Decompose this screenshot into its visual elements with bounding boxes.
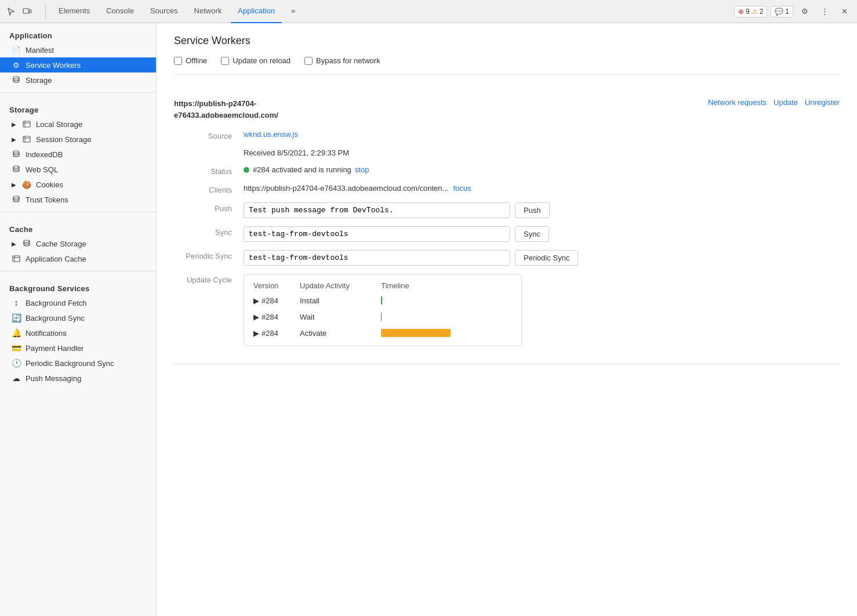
expand-icon[interactable]: ▶ <box>253 329 259 338</box>
svg-rect-1 <box>29 10 31 13</box>
sidebar-item-storage[interactable]: Storage <box>0 73 156 88</box>
sidebar-item-service-workers[interactable]: ⚙ Service Workers <box>0 57 156 73</box>
clients-content: https://publish-p24704-e76433.adobeaemcl… <box>244 184 840 193</box>
sw-fields: Source wknd.us.ensw.js Received 8/5/2021… <box>174 130 840 346</box>
network-requests-link[interactable]: Network requests <box>708 98 767 107</box>
sidebar-item-manifest[interactable]: 📄 Manifest <box>0 42 156 57</box>
sidebar-item-cache-storage[interactable]: ▶ Cache Storage <box>0 236 156 251</box>
update-on-reload-checkbox[interactable] <box>221 57 229 65</box>
uc-row-install: ▶ #284 Install <box>253 295 512 306</box>
error-icon: ⊗ <box>738 8 744 16</box>
unregister-link[interactable]: Unregister <box>805 98 840 107</box>
sidebar-item-label: Service Workers <box>26 61 81 70</box>
sidebar-item-payment-handler[interactable]: 💳 Payment Handler <box>0 340 156 356</box>
sync-input[interactable] <box>244 226 510 242</box>
more-options-icon[interactable]: ⋮ <box>816 3 833 20</box>
tab-sources[interactable]: Sources <box>143 0 185 23</box>
periodic-sync-input[interactable] <box>244 250 510 266</box>
sidebar-item-trust-tokens[interactable]: Trust Tokens <box>0 192 156 207</box>
sidebar-item-background-fetch[interactable]: ↕ Background Fetch <box>0 295 156 310</box>
update-cycle-label: Update Cycle <box>174 274 244 284</box>
bypass-for-network-label: Bypass for network <box>316 56 380 65</box>
svg-point-10 <box>13 166 19 168</box>
sidebar: Application 📄 Manifest ⚙ Service Workers… <box>0 23 157 616</box>
devtools-toolbar: Elements Console Sources Network Applica… <box>0 0 857 23</box>
periodic-sync-input-group: Periodic Sync <box>244 250 840 266</box>
tab-network[interactable]: Network <box>187 0 229 23</box>
uc-activity: Install <box>300 296 381 305</box>
sidebar-section-background: Background Services <box>0 276 156 295</box>
sidebar-item-label: Web SQL <box>26 165 58 174</box>
options-row: Offline Update on reload Bypass for netw… <box>174 56 840 75</box>
expand-icon[interactable]: ▶ <box>253 296 259 305</box>
source-row: Source wknd.us.ensw.js <box>174 130 840 140</box>
sidebar-item-periodic-background-sync[interactable]: 🕐 Periodic Background Sync <box>0 356 156 371</box>
cursor-icon[interactable] <box>5 5 17 18</box>
timeline-tick-green <box>381 296 382 305</box>
svg-point-12 <box>24 240 30 242</box>
responsive-icon[interactable] <box>21 5 34 18</box>
offline-checkbox[interactable] <box>174 57 182 65</box>
update-cycle-table: Version Update Activity Timeline ▶ #284 <box>244 274 522 346</box>
sidebar-item-label: Push Messaging <box>26 374 81 383</box>
periodic-sync-icon: 🕐 <box>12 358 21 368</box>
sidebar-item-notifications[interactable]: 🔔 Notifications <box>0 325 156 340</box>
sidebar-item-label: Manifest <box>26 46 54 55</box>
sync-input-group: Sync <box>244 226 840 242</box>
sidebar-item-session-storage[interactable]: ▶ Session Storage <box>0 132 156 147</box>
bypass-for-network-checkbox[interactable] <box>304 57 313 65</box>
update-cycle-value: Version Update Activity Timeline ▶ #284 <box>244 274 840 346</box>
push-value: Push <box>244 202 840 218</box>
tab-console[interactable]: Console <box>99 0 141 23</box>
sidebar-item-indexeddb[interactable]: IndexedDB <box>0 147 156 162</box>
sidebar-item-label: Local Storage <box>36 120 82 129</box>
source-label: Source <box>174 130 244 140</box>
status-row: Status #284 activated and is running sto… <box>174 165 840 176</box>
close-icon[interactable]: ✕ <box>836 3 852 20</box>
info-badge[interactable]: 💬 1 <box>771 6 793 17</box>
push-button[interactable]: Push <box>515 202 550 218</box>
sidebar-item-label: Session Storage <box>36 135 91 144</box>
info-count: 1 <box>785 8 789 16</box>
periodic-sync-button[interactable]: Periodic Sync <box>515 250 578 266</box>
sidebar-item-label: Payment Handler <box>26 344 83 353</box>
status-label: Status <box>174 165 244 176</box>
source-link[interactable]: wknd.us.ensw.js <box>244 130 298 139</box>
web-sql-icon <box>12 165 21 174</box>
stop-link[interactable]: stop <box>355 165 369 174</box>
received-row: Received 8/5/2021, 2:29:33 PM <box>174 148 840 157</box>
expand-icon[interactable]: ▶ <box>253 313 259 321</box>
tab-application[interactable]: Application <box>231 0 282 23</box>
update-link[interactable]: Update <box>774 98 798 107</box>
tab-elements[interactable]: Elements <box>52 0 97 23</box>
sidebar-item-background-sync[interactable]: 🔄 Background Sync <box>0 310 156 325</box>
uc-row-wait: ▶ #284 Wait <box>253 311 512 323</box>
info-icon: 💬 <box>775 8 783 16</box>
status-dot <box>244 167 249 173</box>
offline-checkbox-label[interactable]: Offline <box>174 56 207 65</box>
sidebar-item-local-storage[interactable]: ▶ Local Storage <box>0 117 156 132</box>
tab-more[interactable]: » <box>284 0 302 23</box>
sync-row: Sync Sync <box>174 226 840 242</box>
sidebar-item-push-messaging[interactable]: ☁ Push Messaging <box>0 371 156 386</box>
source-value: wknd.us.ensw.js <box>244 130 840 139</box>
update-on-reload-checkbox-label[interactable]: Update on reload <box>221 56 290 65</box>
focus-link[interactable]: focus <box>453 184 471 193</box>
sidebar-item-application-cache[interactable]: Application Cache <box>0 251 156 266</box>
sidebar-item-cookies[interactable]: ▶ 🍪 Cookies <box>0 177 156 192</box>
bypass-for-network-checkbox-label[interactable]: Bypass for network <box>304 56 380 65</box>
sidebar-item-web-sql[interactable]: Web SQL <box>0 162 156 177</box>
push-input[interactable] <box>244 202 510 218</box>
sync-button[interactable]: Sync <box>515 226 549 242</box>
errors-badge[interactable]: ⊗ 9 ⚠ 2 <box>734 6 767 17</box>
clients-value: https://publish-p24704-e76433.adobeaemcl… <box>244 184 840 193</box>
cache-storage-icon <box>22 239 31 248</box>
settings-icon[interactable]: ⚙ <box>797 3 813 20</box>
sync-value: Sync <box>244 226 840 242</box>
application-cache-icon <box>12 254 21 263</box>
svg-point-9 <box>13 151 19 153</box>
payment-handler-icon: 💳 <box>12 343 21 353</box>
update-cycle-row: Update Cycle Version Update Activity Tim… <box>174 274 840 346</box>
sidebar-item-label: IndexedDB <box>26 150 63 159</box>
push-label: Push <box>174 202 244 213</box>
